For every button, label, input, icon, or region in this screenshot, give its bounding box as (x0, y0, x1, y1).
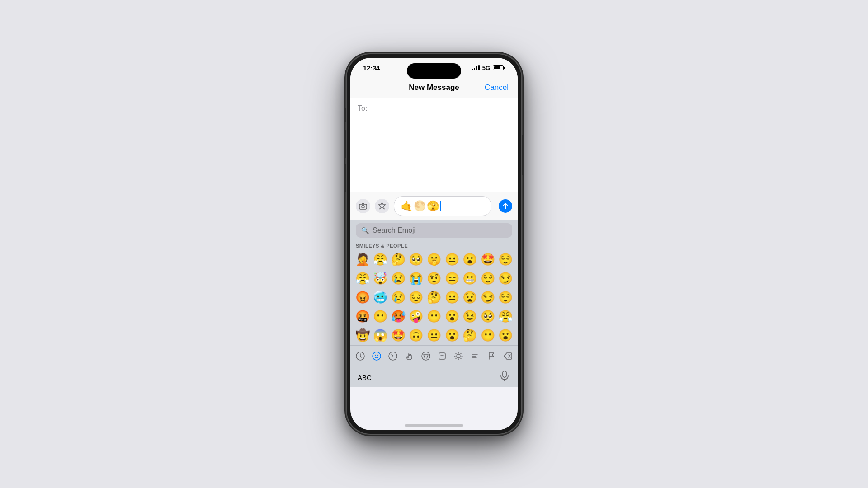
emoji-cell[interactable]: 🤔 (390, 250, 407, 268)
status-icons: 5G (472, 65, 505, 71)
emoji-cell[interactable]: 😮 (461, 250, 478, 268)
emoji-cell[interactable]: 🥺 (479, 307, 496, 325)
navigation-header: New Message Cancel (350, 78, 518, 98)
emoji-cell[interactable]: 😐 (443, 250, 461, 268)
svg-point-1 (362, 206, 364, 208)
to-label: To: (358, 104, 367, 113)
svg-point-4 (373, 352, 381, 360)
search-placeholder: Search Emoji (373, 226, 415, 235)
emoji-cell[interactable]: 🤬 (354, 307, 371, 325)
emoji-cell[interactable]: 😬 (461, 269, 478, 287)
status-time: 12:34 (363, 64, 380, 72)
battery-tip (504, 67, 505, 69)
emoji-cell[interactable]: 🤔 (461, 326, 478, 344)
emoji-cell[interactable]: 😌 (479, 269, 496, 287)
volume-up-button[interactable] (344, 130, 346, 158)
microphone-icon[interactable] (499, 370, 510, 385)
cancel-button[interactable]: Cancel (481, 83, 509, 92)
emoji-cell[interactable]: 😢 (390, 269, 407, 287)
emoji-cell[interactable]: 🥵 (390, 307, 407, 325)
svg-rect-9 (439, 353, 445, 359)
emoji-cell[interactable]: 😶 (372, 307, 389, 325)
emoji-1: 🤙 (401, 200, 413, 212)
nav-symbols-icon[interactable] (468, 349, 481, 363)
emoji-3: 🫣 (427, 200, 439, 212)
battery-body (493, 65, 504, 70)
emoji-keyboard: 🔍 Search Emoji SMILEYS & PEOPLE 🤦😤🤔🥺🤫😐😮🤩… (350, 220, 518, 387)
emoji-cell[interactable]: 😉 (461, 307, 478, 325)
emoji-cell[interactable]: 😌 (497, 288, 514, 306)
emoji-cell[interactable]: 😭 (408, 269, 425, 287)
silent-button[interactable] (344, 108, 346, 122)
to-input[interactable] (371, 104, 510, 113)
nav-flags-icon[interactable] (485, 349, 498, 363)
emoji-cell[interactable]: 🥺 (408, 250, 425, 268)
text-cursor (440, 201, 441, 211)
emoji-cell[interactable]: 😤 (354, 269, 371, 287)
emoji-cell[interactable]: 🥶 (372, 288, 389, 306)
nav-objects-icon[interactable] (435, 349, 449, 363)
delete-key[interactable] (501, 349, 514, 363)
emoji-cell[interactable]: 😏 (479, 288, 496, 306)
nav-smileys-icon[interactable] (370, 349, 383, 363)
camera-icon[interactable] (356, 199, 370, 213)
nav-hand-icon[interactable] (403, 349, 416, 363)
emoji-cell[interactable]: 😑 (443, 269, 461, 287)
emoji-cell[interactable]: 🤠 (354, 326, 371, 344)
to-row: To: (350, 98, 518, 119)
appstore-icon[interactable] (375, 199, 389, 213)
emoji-cell[interactable]: 🤪 (408, 307, 425, 325)
emoji-cell[interactable]: 😏 (497, 269, 514, 287)
nav-recent-icon[interactable] (354, 349, 367, 363)
message-input-box[interactable]: 🤙 🌕 🫣 (394, 196, 491, 216)
emoji-cell[interactable]: 😤 (497, 307, 514, 325)
emoji-cell[interactable]: 😶 (479, 326, 496, 344)
emoji-cell[interactable]: 😧 (461, 288, 478, 306)
svg-point-10 (457, 354, 460, 358)
emoji-cell[interactable]: 🤯 (372, 269, 389, 287)
emoji-cell[interactable]: 😶 (425, 307, 443, 325)
emoji-cell[interactable]: 🤩 (479, 250, 496, 268)
emoji-2: 🌕 (414, 200, 426, 212)
emoji-cell[interactable]: 🤩 (390, 326, 407, 344)
emoji-cell[interactable]: 😔 (408, 288, 425, 306)
search-field[interactable]: 🔍 Search Emoji (356, 223, 512, 238)
emoji-cell[interactable]: 🤦 (354, 250, 371, 268)
nav-sports-icon[interactable] (419, 349, 433, 363)
svg-rect-2 (362, 203, 364, 204)
volume-down-button[interactable] (344, 164, 346, 192)
emoji-cell[interactable]: 😐 (443, 288, 461, 306)
signal-bars-icon (472, 65, 480, 70)
category-label: SMILEYS & PEOPLE (350, 241, 518, 249)
signal-bar-4 (478, 65, 480, 70)
abc-label[interactable]: ABC (358, 374, 372, 381)
emoji-cell[interactable]: 🤫 (425, 250, 443, 268)
message-body[interactable] (350, 119, 518, 192)
emoji-cell[interactable]: 😌 (497, 250, 514, 268)
svg-rect-11 (503, 371, 506, 377)
emoji-cell[interactable]: 😡 (354, 288, 371, 306)
emoji-cell[interactable]: 😮 (497, 326, 514, 344)
emoji-cell[interactable]: 🤨 (425, 269, 443, 287)
signal-bar-3 (476, 66, 477, 70)
emoji-cell[interactable]: 😮 (443, 307, 461, 325)
emoji-cell[interactable]: 😐 (425, 326, 443, 344)
emoji-cell[interactable]: 🤔 (425, 288, 443, 306)
nav-clock-icon[interactable] (386, 349, 400, 363)
compose-area: To: (350, 98, 518, 192)
emoji-cell[interactable]: 😱 (372, 326, 389, 344)
emoji-cell[interactable]: 🙃 (408, 326, 425, 344)
emoji-grid: 🤦😤🤔🥺🤫😐😮🤩😌😤🤯😢😭🤨😑😬😌😏😡🥶😢😔🤔😐😧😏😌🤬😶🥵🤪😶😮😉🥺😤🤠😱🤩🙃… (350, 249, 518, 345)
emoji-search-bar: 🔍 Search Emoji (350, 220, 518, 241)
keyboard-bottom-bar: ABC (350, 366, 518, 387)
emoji-cell[interactable]: 😮 (443, 326, 461, 344)
dynamic-island (407, 63, 461, 79)
send-button[interactable] (499, 199, 512, 213)
power-button[interactable] (522, 135, 524, 175)
battery-fill (494, 66, 500, 69)
nav-light-icon[interactable] (452, 349, 465, 363)
home-indicator (405, 424, 463, 427)
signal-bar-1 (472, 69, 473, 70)
emoji-cell[interactable]: 😢 (390, 288, 407, 306)
emoji-cell[interactable]: 😤 (372, 250, 389, 268)
